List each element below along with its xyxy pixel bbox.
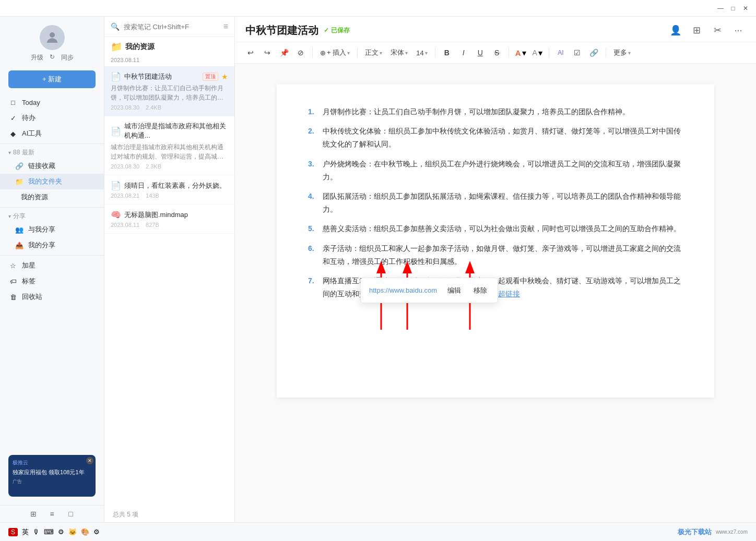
folder-icon: 📁	[15, 177, 24, 186]
settings-icon[interactable]: ⚙	[58, 528, 64, 536]
highlight-button[interactable]: A ▾	[530, 45, 545, 60]
size-label: 14	[416, 49, 423, 57]
note-item-city-gov[interactable]: 📄 城市治理是指城市政府和其他相关机构通... 城市治理是指城市政府和其他相关机…	[104, 116, 234, 175]
input-method-icon[interactable]: S	[8, 528, 18, 536]
list-view-button[interactable]: ≡	[47, 509, 57, 519]
sidebar-item-ai-tool[interactable]: ◆ AI工具	[0, 126, 104, 141]
redo-button[interactable]: ↪	[260, 45, 275, 60]
cat-icon[interactable]: 🐱	[68, 528, 77, 536]
list-menu-icon[interactable]: ≡	[223, 22, 228, 31]
share-label: 分享	[13, 212, 26, 221]
ad-banner[interactable]: ✕ 极推云 独家应用福包 领取108元1年 广告	[8, 455, 96, 497]
cut-action-button[interactable]: ✂	[710, 23, 725, 38]
note-list-panel: 🔍 ≡ 📁 我的资源 2023.08.11 📄 中秋节团建活动 置顶 ★ 月饼制…	[104, 17, 235, 522]
sidebar-item-shared-with-me[interactable]: 👥 与我分享	[0, 222, 104, 237]
user-action-button[interactable]: 👤	[668, 23, 683, 38]
note-date-4: 2023.08.11	[111, 222, 139, 228]
insert-dropdown[interactable]: ⊕ + 插入 ▾	[317, 45, 353, 60]
note-item-sunny-day[interactable]: 📄 须晴日，看红装素裹，分外妖娆。 2023.08.21 143B	[104, 175, 234, 205]
checkbox-button[interactable]: ☑	[570, 45, 585, 60]
note-meta-4: 2023.08.11 827B	[111, 222, 228, 228]
ai-button[interactable]: AI	[553, 45, 568, 60]
sync-button[interactable]: 同步	[61, 53, 74, 62]
font-dropdown[interactable]: 宋体 ▾	[387, 45, 411, 60]
align-dropdown[interactable]: 正文 ▾	[362, 45, 385, 60]
maximize-button[interactable]: □	[729, 4, 737, 13]
sidebar-item-tags[interactable]: 🏷 标签	[0, 273, 104, 289]
mic-icon[interactable]: 🎙	[33, 528, 40, 536]
sidebar-item-my-resources[interactable]: 我的资源	[0, 189, 104, 205]
note-item-header-4: 🧠 无标题脑图.mindmap	[111, 210, 228, 220]
underline-button[interactable]: U	[473, 45, 488, 60]
note-meta-3: 2023.08.21 143B	[111, 193, 228, 199]
note-item-mindmap[interactable]: 🧠 无标题脑图.mindmap 2023.08.11 827B	[104, 205, 234, 234]
link-remove-button[interactable]: 移除	[471, 283, 489, 297]
user-section: 升级 ↻ 同步	[0, 17, 104, 66]
list-num-3: 3.	[308, 158, 318, 184]
editor-header: 中秋节团建活动 ✓ 已保存 👤 ⊞ ✂ ···	[235, 17, 756, 42]
link-edit-button[interactable]: 编辑	[445, 283, 463, 297]
list-num-5: 5.	[308, 222, 318, 235]
undo-button[interactable]: ↩	[243, 45, 258, 60]
layout-action-button[interactable]: ⊞	[689, 23, 704, 38]
taskbar-right: 极光下载站 www.xz7.com	[678, 527, 748, 537]
share-arrow: ▾	[8, 213, 11, 219]
sidebar-item-my-share[interactable]: 📤 我的分享	[0, 237, 104, 253]
cog-icon[interactable]: ⚙	[93, 528, 100, 536]
link-button[interactable]: 🔗	[587, 45, 601, 60]
sidebar-item-starred[interactable]: ☆ 加星	[0, 258, 104, 273]
search-input[interactable]	[124, 23, 219, 31]
toolbar-sep-3	[435, 47, 435, 58]
avatar[interactable]	[40, 25, 65, 50]
more-action-button[interactable]: ···	[731, 23, 746, 38]
recent-group[interactable]: ▾ 88 最新	[0, 146, 104, 158]
new-note-button[interactable]: + 新建	[8, 70, 96, 88]
grid-view-button[interactable]: ⊞	[28, 509, 39, 519]
editor-content[interactable]: 1. 月饼制作比赛：让员工们自己动手制作月饼，可以增加团队凝聚力，培养员工的团队…	[235, 64, 756, 522]
highlight-arrow: ▾	[538, 48, 542, 58]
toolbar-sep-2	[357, 47, 358, 58]
doc-item-3: 3. 户外烧烤晚会：在中秋节晚上，组织员工在户外进行烧烤晚会，可以增进员工之间的…	[308, 158, 683, 184]
upgrade-button[interactable]: 升级	[31, 53, 43, 62]
sidebar-item-my-folder[interactable]: 📁 我的文件夹	[0, 174, 104, 189]
sidebar-item-today[interactable]: □ Today	[0, 94, 104, 110]
doc-icon: 📄	[111, 71, 121, 81]
shared-with-me-label: 与我分享	[28, 225, 55, 234]
sidebar-item-trash[interactable]: 🗑 回收站	[0, 289, 104, 305]
size-dropdown[interactable]: 14 ▾	[413, 45, 430, 60]
my-share-icon: 📤	[15, 241, 24, 250]
close-button[interactable]: ✕	[741, 4, 750, 13]
share-group[interactable]: ▾ 分享	[0, 210, 104, 222]
sidebar-item-todo[interactable]: ✓ 待办	[0, 110, 104, 126]
link-url: https://www.baidu.com	[369, 284, 437, 296]
minimize-button[interactable]: —	[716, 4, 725, 13]
italic-button[interactable]: I	[456, 45, 471, 60]
todo-label: 待办	[22, 113, 36, 123]
note-title-2: 城市治理是指城市政府和其他相关机构通...	[124, 122, 228, 140]
strike-button[interactable]: S	[490, 45, 504, 60]
column-view-button[interactable]: □	[66, 509, 76, 519]
bold-button[interactable]: B	[440, 45, 454, 60]
divider-2	[0, 207, 104, 208]
more-label: 更多	[613, 48, 627, 57]
keyboard-icon[interactable]: ⌨	[44, 528, 54, 536]
ai-label: AI工具	[22, 129, 42, 138]
ad-content: 极推云 独家应用福包 领取108元1年 广告	[8, 455, 96, 489]
note-item-mid-autumn[interactable]: 📄 中秋节团建活动 置顶 ★ 月饼制作比赛：让员工们自己动手制作月饼，可以增加团…	[104, 66, 234, 116]
doc-item-5: 5. 慈善义卖活动：组织员工参加慈善义卖活动，可以为社会做出贡献，同时也可以增强…	[308, 222, 683, 235]
document-title: 中秋节团建活动	[245, 23, 318, 38]
sidebar-item-link-collect[interactable]: 🔗 链接收藏	[0, 158, 104, 174]
more-dropdown[interactable]: 更多 ▾	[610, 45, 634, 60]
ad-close-button[interactable]: ✕	[86, 457, 93, 464]
note-preview-2: 城市治理是指城市政府和其他相关机构通过对城市的规划、管理和运营，提高城市的生活质…	[111, 142, 228, 161]
pin-button[interactable]: 📌	[277, 45, 291, 60]
doc-item-4: 4. 团队拓展活动：组织员工参加团队拓展活动，如绳索课程、信任接力等，可以培养员…	[308, 190, 683, 216]
font-color-button[interactable]: A ▾	[513, 45, 528, 60]
logo-sub: www.xz7.com	[716, 529, 748, 535]
my-share-label: 我的分享	[28, 241, 55, 250]
note-title-3: 须晴日，看红装素裹，分外妖娆。	[124, 181, 228, 190]
toolbar-sep-6	[606, 47, 606, 58]
palette-icon[interactable]: 🎨	[81, 528, 89, 536]
clear-button[interactable]: ⊘	[293, 45, 308, 60]
sync-icon: ↻	[50, 53, 55, 62]
